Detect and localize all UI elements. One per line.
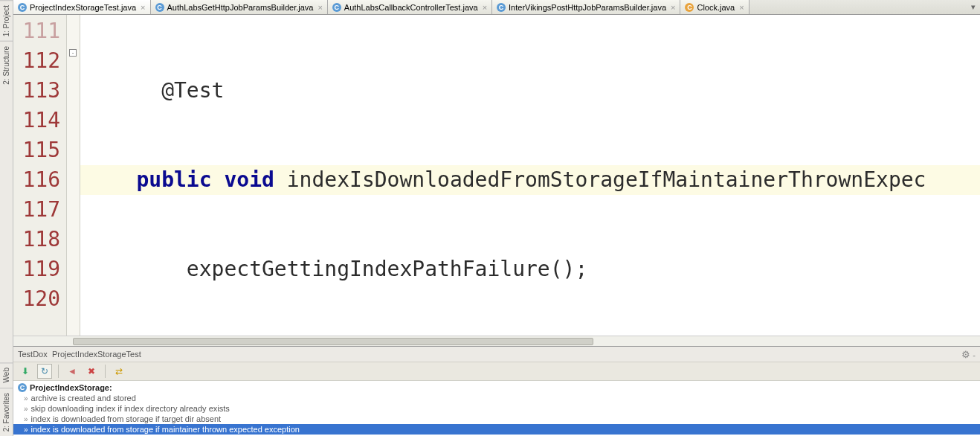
tab-authlabscallbackcontrollertest[interactable]: C AuthLabsCallbackControllerTest.java × [328, 0, 492, 14]
rail-item-web[interactable]: Web [0, 362, 13, 387]
class-name-label: ProjectIndexStorage: [30, 383, 112, 392]
refresh-button[interactable]: ↻ [37, 364, 52, 379]
horizontal-scrollbar[interactable] [13, 336, 980, 346]
testdox-item[interactable]: » archive is created and stored [13, 393, 980, 403]
java-class-icon: C [155, 3, 164, 12]
test-description: archive is created and stored [31, 394, 136, 403]
gear-icon[interactable]: ⚙ [961, 349, 970, 360]
toolbar-separator [58, 365, 59, 378]
close-icon[interactable]: × [671, 3, 675, 12]
line-number: 119 [13, 254, 60, 284]
line-number: 114 [13, 106, 60, 135]
nav-back-button[interactable]: ◄ [65, 364, 80, 379]
java-class-icon: C [497, 3, 506, 12]
editor-tab-bar: C ProjectIndexStorageTest.java × C AuthL… [13, 0, 980, 15]
chevron-right-icon: » [24, 415, 28, 423]
tab-intervikingsposthttpjobparamsbuilder[interactable]: C InterVikingsPostHttpJobParamsBuilder.j… [492, 0, 680, 14]
chevron-right-icon: » [24, 426, 28, 434]
chevron-right-icon: » [24, 405, 28, 413]
line-number: 116 [13, 165, 60, 195]
code-line: expectGettingIndexPathFailure(); [80, 254, 980, 284]
testdox-panel: TestDox ProjectIndexStorageTest ⚙ - ⬇ ↻ … [13, 346, 980, 436]
toggle-button[interactable]: ⇄ [112, 364, 126, 379]
test-description: index is downloaded from storage if targ… [31, 414, 222, 423]
tab-clock[interactable]: C Clock.java × [680, 0, 749, 14]
line-number: 120 [13, 284, 60, 314]
tab-label: AuthLabsCallbackControllerTest.java [344, 3, 478, 12]
chevron-right-icon: » [24, 394, 28, 403]
line-number: 112 [13, 46, 60, 76]
minimize-icon[interactable]: - [973, 350, 976, 359]
testdox-toolbar: ⬇ ↻ ◄ ✖ ⇄ [13, 362, 980, 381]
editor-area: 111 112 113 114 115 116 117 118 119 120 … [13, 15, 980, 336]
code-editor[interactable]: @Test public void indexIsDownloadedFromS… [80, 15, 980, 336]
close-icon[interactable]: × [317, 3, 322, 12]
toolbar-separator [105, 365, 106, 378]
tab-overflow-button[interactable]: ▾ [967, 0, 980, 14]
line-number-gutter: 111 112 113 114 115 116 117 118 119 120 [13, 15, 67, 336]
scrollbar-thumb[interactable] [73, 338, 593, 345]
testdox-item[interactable]: » index is downloaded from storage if ma… [13, 424, 980, 435]
testdox-item[interactable]: » index is downloaded from storage if ta… [13, 414, 980, 424]
java-class-icon: C [332, 3, 341, 12]
tab-label: InterVikingsPostHttpJobParamsBuilder.jav… [509, 3, 666, 12]
expand-all-button[interactable]: ⬇ [18, 364, 33, 379]
tab-authlabsgethttpjobparamsbuilder[interactable]: C AuthLabsGetHttpJobParamsBuilder.java × [151, 0, 328, 14]
tab-label: AuthLabsGetHttpJobParamsBuilder.java [167, 3, 314, 12]
testdox-results: C ProjectIndexStorage: » archive is crea… [13, 381, 980, 436]
left-tool-rail: 1: Project 2: Structure Web 2: Favorites [0, 0, 13, 436]
panel-subtitle: ProjectIndexStorageTest [52, 350, 141, 359]
fold-toggle-icon[interactable]: - [69, 49, 77, 57]
testdox-header: TestDox ProjectIndexStorageTest ⚙ - [13, 347, 980, 362]
close-icon[interactable]: × [141, 3, 145, 12]
rail-item-project[interactable]: 1: Project [0, 0, 13, 41]
testdox-item[interactable]: » skip downloading index if index direct… [13, 403, 980, 414]
code-line: public void indexIsDownloadedFromStorage… [80, 165, 980, 195]
tab-label: ProjectIndexStorageTest.java [30, 3, 136, 12]
close-icon[interactable]: × [483, 3, 487, 12]
main-area: C ProjectIndexStorageTest.java × C AuthL… [13, 0, 980, 436]
java-class-icon: C [18, 3, 27, 12]
tab-label: Clock.java [697, 3, 735, 12]
line-number: 118 [13, 225, 60, 254]
line-number: 111 [13, 16, 60, 46]
testdox-class-row[interactable]: C ProjectIndexStorage: [13, 382, 980, 393]
line-number: 117 [13, 195, 60, 225]
fold-strip: - [67, 15, 80, 336]
rail-item-structure[interactable]: 2: Structure [0, 41, 13, 89]
java-class-icon: C [18, 383, 27, 392]
delete-button[interactable]: ✖ [84, 364, 99, 379]
line-number: 113 [13, 76, 60, 106]
panel-title: TestDox [18, 350, 48, 359]
code-line: @Test [80, 76, 980, 106]
test-description: skip downloading index if index director… [31, 404, 230, 413]
close-icon[interactable]: × [739, 3, 744, 12]
tab-projectindexstoragetest[interactable]: C ProjectIndexStorageTest.java × [13, 0, 151, 14]
line-number: 115 [13, 135, 60, 165]
java-interface-icon: C [685, 3, 694, 12]
test-description: index is downloaded from storage if main… [31, 425, 300, 434]
rail-item-favorites[interactable]: 2: Favorites [0, 388, 13, 436]
